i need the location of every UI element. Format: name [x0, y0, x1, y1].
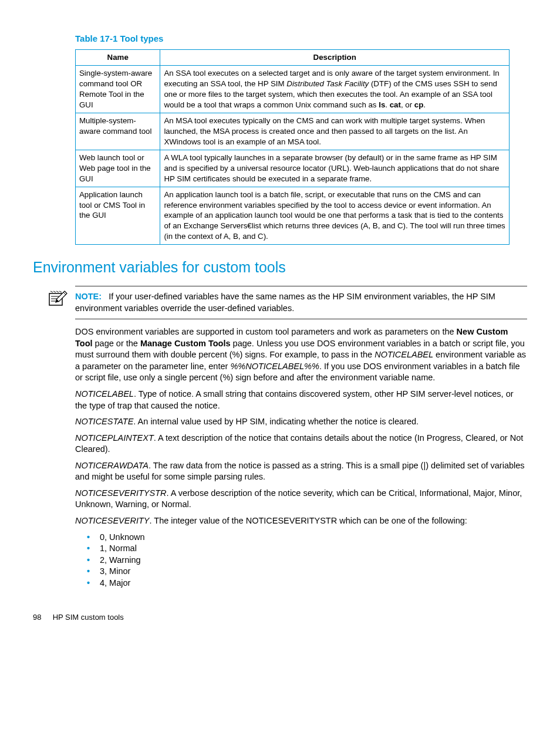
- note-block: NOTE: If your user-defined variables hav…: [75, 286, 527, 319]
- section-heading: Environment variables for custom tools: [33, 258, 527, 278]
- list-item: 3, Minor: [87, 566, 527, 578]
- page-footer: 98 HP SIM custom tools: [33, 612, 527, 623]
- para-noticeseveritystr: NOTICESEVERITYSTR. A verbose description…: [75, 488, 527, 511]
- para-noticeplaintext: NOTICEPLAINTEXT. A text description of t…: [75, 433, 527, 455]
- severity-list: 0, Unknown 1, Normal 2, Warning 3, Minor…: [75, 532, 527, 589]
- tool-types-table: Name Description Single-system-aware com…: [75, 49, 510, 245]
- cell-desc: An MSA tool executes typically on the CM…: [160, 113, 510, 150]
- cell-name: Single-system-aware command tool OR Remo…: [76, 66, 160, 113]
- col-name: Name: [76, 50, 160, 66]
- note-text: If your user-defined variables have the …: [75, 292, 495, 313]
- cell-name: Application launch tool or CMS Tool in t…: [76, 187, 160, 245]
- para-noticerawdata: NOTICERAWDATA. The raw data from the not…: [75, 460, 527, 483]
- para-noticeseverity: NOTICESEVERITY. The integer value of the…: [75, 515, 527, 527]
- note-icon: [48, 290, 68, 306]
- cell-desc: An SSA tool executes on a selected targe…: [160, 66, 510, 113]
- table-row: Web launch tool or Web page tool in the …: [76, 150, 510, 187]
- table-row: Multiple-system-aware command tool An MS…: [76, 113, 510, 150]
- cell-desc: A WLA tool typically launches in a separ…: [160, 150, 510, 187]
- list-item: 0, Unknown: [87, 532, 527, 544]
- cell-name: Multiple-system-aware command tool: [76, 113, 160, 150]
- list-item: 1, Normal: [87, 543, 527, 555]
- col-desc: Description: [160, 50, 510, 66]
- cell-name: Web launch tool or Web page tool in the …: [76, 150, 160, 187]
- page-number: 98: [33, 612, 50, 623]
- table-caption: Table 17-1 Tool types: [75, 33, 527, 45]
- para-intro: DOS environment variables are supported …: [75, 326, 527, 384]
- table-row: Application launch tool or CMS Tool in t…: [76, 187, 510, 245]
- table-row: Single-system-aware command tool OR Remo…: [76, 66, 510, 113]
- body-text: DOS environment variables are supported …: [75, 326, 527, 589]
- note-label: NOTE:: [75, 292, 102, 301]
- para-noticelabel: NOTICELABEL. Type of notice. A small str…: [75, 389, 527, 411]
- list-item: 2, Warning: [87, 555, 527, 566]
- cell-desc: An application launch tool is a batch fi…: [160, 187, 510, 245]
- footer-title: HP SIM custom tools: [53, 613, 124, 622]
- list-item: 4, Major: [87, 578, 527, 589]
- para-noticestate: NOTICESTATE. An internal value used by H…: [75, 416, 527, 428]
